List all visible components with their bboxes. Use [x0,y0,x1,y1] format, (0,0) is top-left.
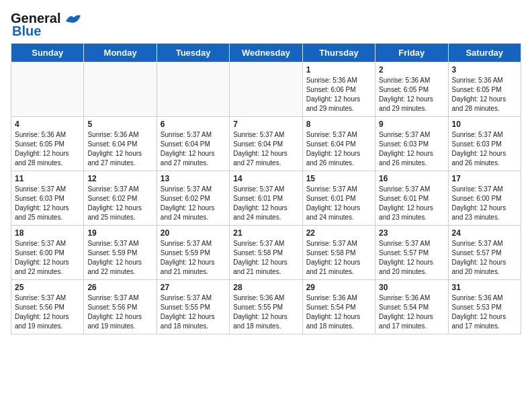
calendar-cell: 13Sunrise: 5:37 AM Sunset: 6:02 PM Dayli… [157,171,229,226]
weekday-header-friday: Friday [375,44,448,62]
day-number: 23 [379,228,444,238]
day-number: 20 [161,228,226,238]
day-info: Sunrise: 5:37 AM Sunset: 6:04 PM Dayligh… [306,130,371,168]
day-number: 14 [233,174,298,183]
calendar-cell: 10Sunrise: 5:37 AM Sunset: 6:03 PM Dayli… [448,117,521,171]
weekday-header-wednesday: Wednesday [230,44,302,62]
day-info: Sunrise: 5:36 AM Sunset: 6:06 PM Dayligh… [306,76,371,113]
day-number: 22 [306,228,371,238]
day-number: 8 [306,120,371,129]
calendar-cell: 22Sunrise: 5:37 AM Sunset: 5:58 PM Dayli… [302,226,375,280]
calendar-cell: 1Sunrise: 5:36 AM Sunset: 6:06 PM Daylig… [302,62,375,117]
day-number: 2 [379,65,444,75]
day-number: 24 [452,228,517,238]
calendar-cell: 20Sunrise: 5:37 AM Sunset: 5:59 PM Dayli… [157,226,229,280]
calendar-cell [84,62,157,117]
day-number: 28 [233,283,298,292]
calendar: SundayMondayTuesdayWednesdayThursdayFrid… [11,43,521,334]
calendar-cell: 23Sunrise: 5:37 AM Sunset: 5:57 PM Dayli… [375,226,448,280]
calendar-cell: 21Sunrise: 5:37 AM Sunset: 5:58 PM Dayli… [230,226,302,280]
calendar-cell [230,62,302,117]
day-info: Sunrise: 5:37 AM Sunset: 5:56 PM Dayligh… [87,293,152,331]
day-info: Sunrise: 5:37 AM Sunset: 6:03 PM Dayligh… [15,185,80,222]
day-info: Sunrise: 5:37 AM Sunset: 6:03 PM Dayligh… [452,130,517,168]
day-info: Sunrise: 5:36 AM Sunset: 6:05 PM Dayligh… [379,76,444,113]
day-number: 21 [233,228,298,238]
day-info: Sunrise: 5:36 AM Sunset: 5:53 PM Dayligh… [452,293,517,331]
day-info: Sunrise: 5:37 AM Sunset: 5:55 PM Dayligh… [161,293,226,331]
day-number: 7 [233,120,298,129]
day-number: 26 [87,283,152,292]
day-info: Sunrise: 5:37 AM Sunset: 6:02 PM Dayligh… [161,185,226,222]
calendar-cell: 26Sunrise: 5:37 AM Sunset: 5:56 PM Dayli… [84,280,157,334]
weekday-header-saturday: Saturday [448,44,521,62]
calendar-cell: 30Sunrise: 5:36 AM Sunset: 5:54 PM Dayli… [375,280,448,334]
day-number: 1 [306,65,371,75]
calendar-cell: 27Sunrise: 5:37 AM Sunset: 5:55 PM Dayli… [157,280,229,334]
day-number: 3 [452,65,517,75]
day-info: Sunrise: 5:37 AM Sunset: 6:02 PM Dayligh… [87,185,152,222]
day-number: 10 [452,120,517,129]
calendar-cell: 19Sunrise: 5:37 AM Sunset: 5:59 PM Dayli… [84,226,157,280]
day-info: Sunrise: 5:37 AM Sunset: 6:04 PM Dayligh… [233,130,298,168]
day-number: 27 [161,283,226,292]
calendar-cell: 4Sunrise: 5:36 AM Sunset: 6:05 PM Daylig… [11,117,84,171]
day-info: Sunrise: 5:37 AM Sunset: 5:59 PM Dayligh… [161,239,226,277]
weekday-header-thursday: Thursday [302,44,375,62]
day-number: 15 [306,174,371,183]
calendar-cell: 16Sunrise: 5:37 AM Sunset: 6:01 PM Dayli… [375,171,448,226]
calendar-cell: 15Sunrise: 5:37 AM Sunset: 6:01 PM Dayli… [302,171,375,226]
calendar-cell: 9Sunrise: 5:37 AM Sunset: 6:03 PM Daylig… [375,117,448,171]
calendar-cell: 25Sunrise: 5:37 AM Sunset: 5:56 PM Dayli… [11,280,84,334]
calendar-cell: 6Sunrise: 5:37 AM Sunset: 6:04 PM Daylig… [157,117,229,171]
day-info: Sunrise: 5:37 AM Sunset: 6:04 PM Dayligh… [161,130,226,168]
day-number: 13 [161,174,226,183]
calendar-cell: 11Sunrise: 5:37 AM Sunset: 6:03 PM Dayli… [11,171,84,226]
day-info: Sunrise: 5:36 AM Sunset: 5:54 PM Dayligh… [306,293,371,331]
calendar-cell: 2Sunrise: 5:36 AM Sunset: 6:05 PM Daylig… [375,62,448,117]
calendar-cell [11,62,84,117]
day-info: Sunrise: 5:37 AM Sunset: 6:00 PM Dayligh… [15,239,80,277]
day-info: Sunrise: 5:36 AM Sunset: 6:04 PM Dayligh… [87,130,152,168]
day-number: 31 [452,283,517,292]
day-number: 29 [306,283,371,292]
day-number: 11 [15,174,80,183]
day-info: Sunrise: 5:36 AM Sunset: 6:05 PM Dayligh… [15,130,80,168]
logo: General Blue [11,11,82,39]
day-info: Sunrise: 5:37 AM Sunset: 5:56 PM Dayligh… [15,293,80,331]
day-number: 9 [379,120,444,129]
day-number: 30 [379,283,444,292]
day-info: Sunrise: 5:37 AM Sunset: 5:57 PM Dayligh… [452,239,517,277]
day-info: Sunrise: 5:37 AM Sunset: 6:01 PM Dayligh… [306,185,371,222]
day-number: 16 [379,174,444,183]
day-number: 25 [15,283,80,292]
day-info: Sunrise: 5:36 AM Sunset: 6:05 PM Dayligh… [452,76,517,113]
day-number: 19 [87,228,152,238]
day-info: Sunrise: 5:37 AM Sunset: 5:59 PM Dayligh… [87,239,152,277]
day-info: Sunrise: 5:37 AM Sunset: 6:01 PM Dayligh… [233,185,298,222]
calendar-cell: 14Sunrise: 5:37 AM Sunset: 6:01 PM Dayli… [230,171,302,226]
calendar-cell: 29Sunrise: 5:36 AM Sunset: 5:54 PM Dayli… [302,280,375,334]
weekday-header-tuesday: Tuesday [157,44,229,62]
calendar-cell: 24Sunrise: 5:37 AM Sunset: 5:57 PM Dayli… [448,226,521,280]
calendar-cell: 17Sunrise: 5:37 AM Sunset: 6:00 PM Dayli… [448,171,521,226]
day-info: Sunrise: 5:37 AM Sunset: 6:00 PM Dayligh… [452,185,517,222]
day-info: Sunrise: 5:36 AM Sunset: 5:54 PM Dayligh… [379,293,444,331]
day-info: Sunrise: 5:37 AM Sunset: 5:57 PM Dayligh… [379,239,444,277]
weekday-header-monday: Monday [84,44,157,62]
day-number: 4 [15,120,80,129]
day-info: Sunrise: 5:37 AM Sunset: 5:58 PM Dayligh… [233,239,298,277]
weekday-header-sunday: Sunday [11,44,84,62]
calendar-cell: 18Sunrise: 5:37 AM Sunset: 6:00 PM Dayli… [11,226,84,280]
day-number: 12 [87,174,152,183]
day-info: Sunrise: 5:37 AM Sunset: 5:58 PM Dayligh… [306,239,371,277]
calendar-cell: 3Sunrise: 5:36 AM Sunset: 6:05 PM Daylig… [448,62,521,117]
day-number: 5 [87,120,152,129]
calendar-cell: 28Sunrise: 5:36 AM Sunset: 5:55 PM Dayli… [230,280,302,334]
calendar-cell: 8Sunrise: 5:37 AM Sunset: 6:04 PM Daylig… [302,117,375,171]
day-info: Sunrise: 5:36 AM Sunset: 5:55 PM Dayligh… [233,293,298,331]
calendar-cell [157,62,229,117]
day-number: 6 [161,120,226,129]
calendar-cell: 12Sunrise: 5:37 AM Sunset: 6:02 PM Dayli… [84,171,157,226]
logo-bird-icon [63,12,82,26]
